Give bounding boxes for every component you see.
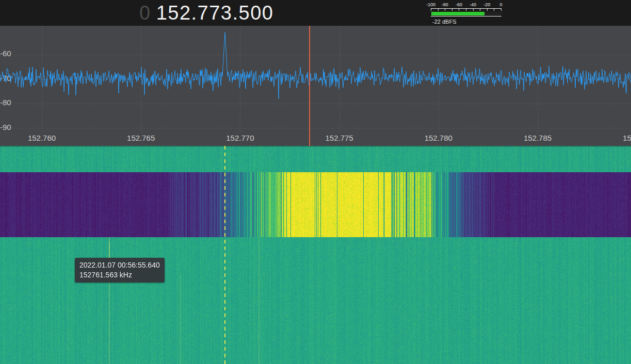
meter-scale-tick-label: -20 bbox=[483, 2, 490, 7]
meter-scale-tick-label: -80 bbox=[442, 2, 448, 7]
meter-scale-tick-label: -100 bbox=[426, 2, 435, 7]
frequency-dim-digit[interactable]: 0 bbox=[139, 2, 151, 24]
signal-level-meter: -100 -80 -60 -40 -20 0 -22 dBFS bbox=[431, 2, 501, 25]
meter-scale: -100 -80 -60 -40 -20 0 bbox=[431, 2, 501, 8]
meter-bar-fill bbox=[431, 12, 484, 15]
top-bar: 0 152.773.500 -100 -80 -60 -40 -20 0 -22… bbox=[0, 0, 631, 26]
tooltip-frequency: 152761.563 kHz bbox=[79, 270, 160, 280]
frequency-value[interactable]: 152.773.500 bbox=[156, 2, 274, 24]
meter-dbfs-readout: -22 dBFS bbox=[432, 19, 501, 25]
meter-scale-tick-label: -60 bbox=[456, 2, 462, 7]
meter-ruler-ticks bbox=[431, 8, 501, 11]
spectrum-panel[interactable]: -60 -70 -80 -90 152.760 152.765 152.770 … bbox=[0, 26, 631, 146]
meter-baseline bbox=[431, 16, 501, 16]
tooltip-timestamp: 2022.01.07 00:56:55.640 bbox=[79, 260, 160, 270]
waterfall-panel[interactable]: 2022.01.07 00:56:55.640 152761.563 kHz bbox=[0, 146, 631, 364]
waterfall-hover-tooltip: 2022.01.07 00:56:55.640 152761.563 kHz bbox=[75, 258, 165, 283]
fft-trace-canvas bbox=[0, 26, 631, 146]
meter-scale-tick-label: -40 bbox=[470, 2, 476, 7]
meter-bar-track bbox=[431, 12, 501, 15]
tuning-cursor-line[interactable] bbox=[309, 26, 310, 146]
frequency-display[interactable]: 0 152.773.500 bbox=[139, 1, 273, 25]
waterfall-canvas bbox=[0, 146, 631, 364]
sdr-app-window: 0 152.773.500 -100 -80 -60 -40 -20 0 -22… bbox=[0, 0, 631, 364]
meter-scale-tick-label: 0 bbox=[499, 2, 502, 7]
peak-marker-dashed-line bbox=[224, 146, 225, 364]
